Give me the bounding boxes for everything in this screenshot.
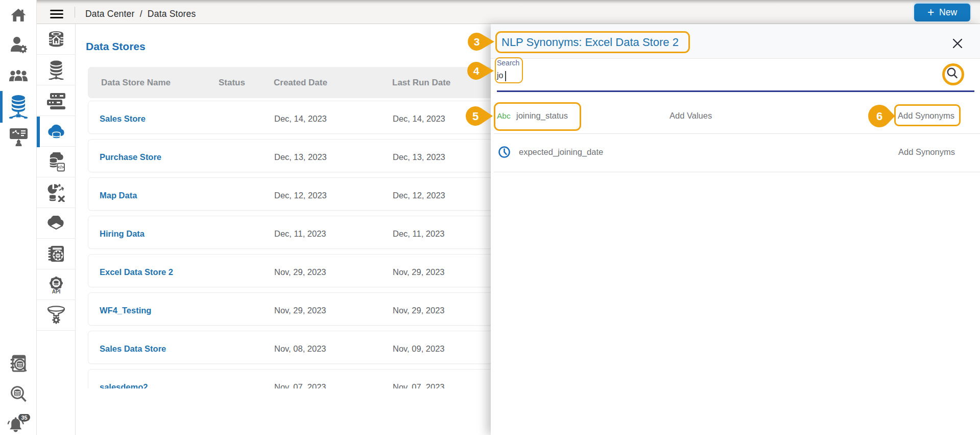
svg-text:5: 5 — [472, 110, 479, 123]
svg-text:3: 3 — [474, 36, 480, 48]
svg-text:35: 35 — [21, 415, 27, 421]
svg-text:</>: </> — [58, 165, 64, 170]
svg-text:6: 6 — [876, 110, 882, 123]
svg-text:4: 4 — [473, 65, 480, 77]
svg-text:API: API — [52, 288, 61, 294]
